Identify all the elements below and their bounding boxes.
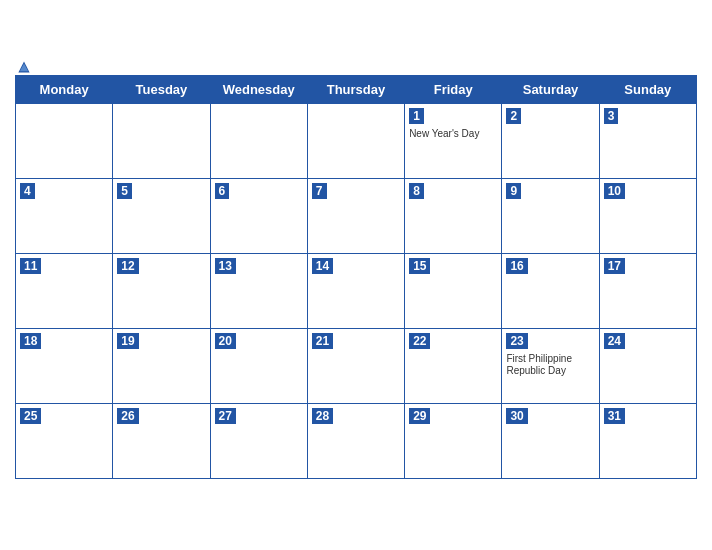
day-cell: 6	[210, 178, 307, 253]
weekday-header-friday: Friday	[405, 75, 502, 103]
day-number: 27	[215, 408, 236, 424]
day-number: 26	[117, 408, 138, 424]
day-number: 18	[20, 333, 41, 349]
day-cell: 31	[599, 403, 696, 478]
day-number: 15	[409, 258, 430, 274]
day-cell: 5	[113, 178, 210, 253]
day-cell: 20	[210, 328, 307, 403]
logo-area	[15, 60, 31, 74]
day-number: 21	[312, 333, 333, 349]
day-number: 24	[604, 333, 625, 349]
day-cell: 2	[502, 103, 599, 178]
weekday-header-wednesday: Wednesday	[210, 75, 307, 103]
day-number: 13	[215, 258, 236, 274]
day-number: 10	[604, 183, 625, 199]
week-row-5: 25262728293031	[16, 403, 697, 478]
day-cell: 4	[16, 178, 113, 253]
day-number: 7	[312, 183, 327, 199]
day-number: 1	[409, 108, 424, 124]
day-number: 4	[20, 183, 35, 199]
holiday-name: First Philippine Republic Day	[506, 353, 594, 377]
day-cell	[113, 103, 210, 178]
weekday-header-tuesday: Tuesday	[113, 75, 210, 103]
day-cell: 26	[113, 403, 210, 478]
day-cell: 22	[405, 328, 502, 403]
day-number: 2	[506, 108, 521, 124]
day-cell: 12	[113, 253, 210, 328]
day-number: 11	[20, 258, 41, 274]
day-number: 8	[409, 183, 424, 199]
day-cell	[16, 103, 113, 178]
day-number: 5	[117, 183, 132, 199]
day-cell: 8	[405, 178, 502, 253]
week-row-2: 45678910	[16, 178, 697, 253]
weekday-header-row: MondayTuesdayWednesdayThursdayFridaySatu…	[16, 75, 697, 103]
day-number: 3	[604, 108, 619, 124]
weekday-header-sunday: Sunday	[599, 75, 696, 103]
day-cell: 23First Philippine Republic Day	[502, 328, 599, 403]
day-cell: 27	[210, 403, 307, 478]
day-number: 29	[409, 408, 430, 424]
day-number: 17	[604, 258, 625, 274]
day-cell: 29	[405, 403, 502, 478]
day-cell: 25	[16, 403, 113, 478]
day-number: 14	[312, 258, 333, 274]
day-cell: 7	[307, 178, 404, 253]
week-row-3: 11121314151617	[16, 253, 697, 328]
day-cell: 1New Year's Day	[405, 103, 502, 178]
day-cell: 15	[405, 253, 502, 328]
calendar-wrapper: MondayTuesdayWednesdayThursdayFridaySatu…	[0, 57, 712, 494]
day-number: 23	[506, 333, 527, 349]
day-cell: 11	[16, 253, 113, 328]
day-cell	[210, 103, 307, 178]
week-row-4: 181920212223First Philippine Republic Da…	[16, 328, 697, 403]
day-cell: 28	[307, 403, 404, 478]
day-cell: 21	[307, 328, 404, 403]
day-cell: 9	[502, 178, 599, 253]
day-cell: 30	[502, 403, 599, 478]
day-cell	[307, 103, 404, 178]
day-cell: 10	[599, 178, 696, 253]
day-number: 28	[312, 408, 333, 424]
day-number: 16	[506, 258, 527, 274]
day-number: 22	[409, 333, 430, 349]
day-number: 12	[117, 258, 138, 274]
day-number: 31	[604, 408, 625, 424]
day-number: 6	[215, 183, 230, 199]
day-number: 30	[506, 408, 527, 424]
calendar-grid: MondayTuesdayWednesdayThursdayFridaySatu…	[15, 75, 697, 479]
day-cell: 13	[210, 253, 307, 328]
day-cell: 16	[502, 253, 599, 328]
day-cell: 19	[113, 328, 210, 403]
day-number: 19	[117, 333, 138, 349]
day-cell: 14	[307, 253, 404, 328]
logo-icon	[17, 60, 31, 74]
week-row-1: 1New Year's Day23	[16, 103, 697, 178]
weekday-header-thursday: Thursday	[307, 75, 404, 103]
day-cell: 17	[599, 253, 696, 328]
day-number: 9	[506, 183, 521, 199]
holiday-name: New Year's Day	[409, 128, 497, 140]
weekday-header-saturday: Saturday	[502, 75, 599, 103]
day-cell: 18	[16, 328, 113, 403]
weekday-header-monday: Monday	[16, 75, 113, 103]
day-cell: 3	[599, 103, 696, 178]
day-number: 20	[215, 333, 236, 349]
day-number: 25	[20, 408, 41, 424]
day-cell: 24	[599, 328, 696, 403]
